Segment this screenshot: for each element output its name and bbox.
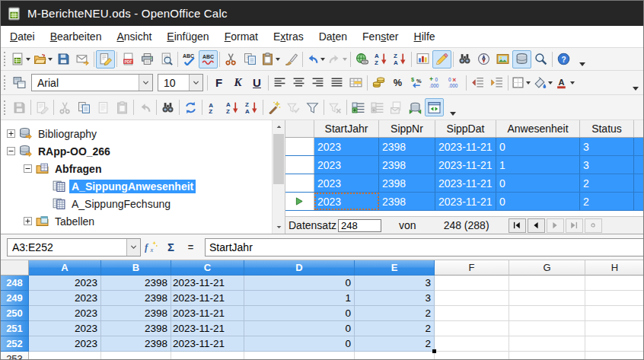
undo-data-entry-button[interactable] (135, 98, 155, 116)
paste-button[interactable] (94, 98, 113, 116)
sheet-cell[interactable]: 2 (355, 336, 435, 352)
scrollbar-thumb[interactable] (273, 134, 284, 184)
selection-handle[interactable] (432, 349, 436, 353)
grid-cell[interactable]: 0 (496, 138, 580, 155)
number-format-standard-button[interactable]: $% (407, 74, 426, 92)
background-color-button[interactable] (532, 74, 554, 92)
gallery-button[interactable] (493, 50, 512, 68)
print-button[interactable] (138, 50, 157, 68)
export-as-pdf-button[interactable]: PDF (119, 50, 138, 68)
sheet-cell[interactable] (585, 291, 643, 306)
sheet-column-header-b[interactable]: B (101, 260, 171, 276)
sheet-column-header-c[interactable]: C (171, 260, 244, 276)
sheet-row-header-248[interactable]: 248 (1, 276, 29, 291)
sheet-cell[interactable] (355, 352, 435, 360)
sheet-cell[interactable]: 2023-11-21 (171, 306, 244, 321)
combo-font-name[interactable]: Arial (31, 74, 153, 91)
align-center-button[interactable] (289, 74, 308, 92)
sheet-cell[interactable]: 2023 (29, 336, 101, 352)
grid-row[interactable]: 202323982023-11-2102 (285, 174, 643, 193)
grid-cell[interactable]: 2023-11-21 (435, 138, 496, 155)
sheet-cell[interactable]: 1 (244, 291, 355, 306)
borders-button[interactable] (510, 74, 532, 92)
sheet-cell[interactable] (509, 321, 585, 336)
sheet-cell[interactable] (435, 321, 509, 336)
sheet-row-header-252[interactable]: 252 (1, 336, 29, 352)
grid-row-selector[interactable] (285, 174, 314, 192)
sheet-cell[interactable]: 0 (244, 321, 355, 336)
mail-merge-button[interactable] (387, 98, 406, 116)
name-box[interactable]: A3:E252 (7, 238, 141, 256)
insert-chart-button[interactable] (413, 50, 432, 68)
grid-cell[interactable]: 2 (580, 193, 634, 210)
grid-cell[interactable]: 1 (496, 156, 580, 174)
sheet-column-header-d[interactable]: D (244, 260, 355, 276)
sheet-cell[interactable] (585, 306, 643, 321)
sheet-row-header-251[interactable]: 251 (1, 321, 29, 336)
open-file-button[interactable] (32, 50, 54, 68)
last-record-button[interactable] (566, 218, 583, 233)
tree-item-bibliography[interactable]: Bibliography (1, 125, 285, 142)
grid-cell[interactable]: 2023 (314, 174, 379, 192)
toolbar-overflow-button[interactable] (626, 71, 643, 94)
combo-font-size[interactable]: 10 (158, 74, 203, 91)
new-document-button[interactable] (10, 50, 32, 68)
delete-decimal-place-button[interactable]: 0×.000 (445, 74, 464, 92)
sheet-row-header-250[interactable]: 250 (1, 306, 29, 321)
apply-filter-button[interactable] (284, 98, 303, 116)
grid-cell[interactable]: 2023 (314, 193, 379, 210)
sheet-cell[interactable] (101, 352, 171, 360)
copy-button[interactable] (75, 98, 94, 116)
menu-extras[interactable]: Extras (266, 26, 311, 47)
grid-cell[interactable]: 0 (496, 174, 580, 192)
menu-einfgen[interactable]: Einfügen (159, 26, 216, 47)
tree-item-tabellen[interactable]: Tabellen (1, 212, 285, 230)
menu-daten[interactable]: Daten (311, 26, 355, 47)
sheet-row-header-253[interactable]: 253 (1, 352, 29, 360)
sheet-corner-box[interactable] (1, 260, 29, 276)
redo-button[interactable] (327, 50, 349, 68)
spellcheck-button[interactable]: ABC (180, 50, 199, 68)
grid-row-selector[interactable] (285, 193, 314, 210)
sort-descending-button[interactable]: ZA (242, 98, 261, 116)
collapse-minus-icon[interactable] (24, 164, 32, 173)
grid-cell[interactable]: 2023 (314, 156, 379, 174)
sheet-cell[interactable]: 0 (244, 336, 355, 352)
document-as-email-button[interactable] (73, 50, 92, 68)
find-and-replace-button[interactable] (455, 50, 474, 68)
sort-ascending-button[interactable]: AZ (371, 50, 391, 68)
add-decimal-place-button[interactable]: +0.000 (426, 74, 445, 92)
cut-button[interactable] (56, 98, 75, 116)
underline-button[interactable]: U (247, 74, 266, 92)
sheet-column-header-g[interactable]: G (509, 260, 585, 276)
grid-column-header-startjahr[interactable]: StartJahr (314, 120, 379, 137)
edit-mode-button[interactable] (96, 50, 115, 68)
sheet-cell[interactable]: 2023 (29, 291, 101, 306)
navigator-button[interactable] (474, 50, 493, 68)
sort-ascending-button[interactable]: AZ (223, 98, 242, 116)
sheet-cell[interactable]: 2023-11-21 (171, 291, 244, 306)
sheet-cell[interactable] (509, 306, 585, 321)
grid-row[interactable]: 202323982023-11-2102 (285, 193, 643, 211)
scroll-up-button[interactable] (273, 120, 285, 133)
autofilter-button[interactable] (265, 98, 284, 116)
sheet-cell[interactable] (585, 336, 643, 352)
sheet-cell[interactable]: 3 (355, 291, 435, 306)
grid-row-selector[interactable] (285, 138, 314, 155)
sheet-cell[interactable] (509, 352, 585, 360)
sheet-cell[interactable]: 2023-11-21 (171, 336, 244, 352)
grid-cell[interactable]: 2398 (379, 138, 435, 155)
toolbar-overflow-button[interactable] (573, 48, 590, 70)
grid-cell[interactable]: 2 (580, 174, 634, 192)
help-button[interactable]: ? (554, 50, 573, 68)
sheet-cell[interactable]: 3 (355, 276, 435, 291)
increase-indent-button[interactable] (487, 74, 506, 92)
sheet-cell[interactable]: 2398 (101, 321, 171, 336)
menu-ansicht[interactable]: Ansicht (109, 26, 159, 47)
copy-button[interactable] (241, 50, 260, 68)
data-to-fields-button[interactable] (368, 98, 387, 116)
menu-format[interactable]: Format (217, 26, 266, 47)
grid-cell[interactable]: 2398 (379, 193, 435, 210)
grid-row-selector[interactable] (285, 156, 314, 174)
justified-button[interactable] (327, 74, 346, 92)
